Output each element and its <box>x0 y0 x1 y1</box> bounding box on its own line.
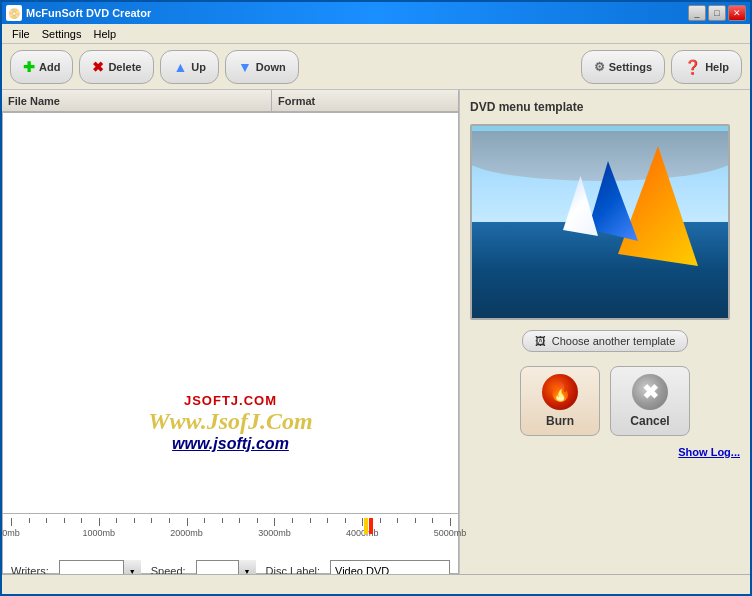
down-label: Down <box>256 61 286 73</box>
add-icon: ✚ <box>23 59 35 75</box>
add-button[interactable]: ✚ Add <box>10 50 73 84</box>
help-icon: ❓ <box>684 59 701 75</box>
tick-label-0: 0mb <box>2 528 20 538</box>
dvd-thumbnail-content <box>472 126 728 318</box>
tick-1000 <box>99 518 100 526</box>
window-title: McFunSoft DVD Creator <box>26 7 684 19</box>
choose-template-label: Choose another template <box>552 335 676 347</box>
cancel-button[interactable]: ✖ Cancel <box>610 366 690 436</box>
show-log-link[interactable]: Show Log... <box>470 446 740 458</box>
minor-tick <box>116 518 117 523</box>
minor-tick <box>134 518 135 523</box>
minor-tick <box>380 518 381 523</box>
burn-button[interactable]: 🔥 Burn <box>520 366 600 436</box>
cancel-icon: ✖ <box>632 374 668 410</box>
writers-bar: Writers: ▼ Speed: ▼ Disc Label: <box>11 556 450 574</box>
up-icon: ▲ <box>173 59 187 75</box>
marker-yellow <box>364 518 368 534</box>
tick-ruler: 0mb 1000mb 2000mb 3000mb 4000mb 5000mb <box>11 518 450 550</box>
minor-tick <box>397 518 398 523</box>
tick-label-5000: 5000mb <box>434 528 467 538</box>
tick-3000 <box>274 518 275 526</box>
speed-select[interactable] <box>196 560 256 574</box>
left-panel: File Name Format JSOFTJ.COM Www.JsofJ.Co… <box>2 90 460 574</box>
choose-template-button[interactable]: 🖼 Choose another template <box>522 330 689 352</box>
minor-tick <box>29 518 30 523</box>
watermark-line2: Www.JsofJ.Com <box>148 408 312 435</box>
tick-label-3000: 3000mb <box>258 528 291 538</box>
file-list-header: File Name Format <box>2 90 459 112</box>
up-button[interactable]: ▲ Up <box>160 50 219 84</box>
tick-0 <box>11 518 12 526</box>
app-icon: 📀 <box>6 5 22 21</box>
help-button[interactable]: ❓ Help <box>671 50 742 84</box>
minor-tick <box>204 518 205 523</box>
minor-tick <box>345 518 346 523</box>
down-icon: ▼ <box>238 59 252 75</box>
settings-label: Settings <box>609 61 652 73</box>
tick-label-2000: 2000mb <box>170 528 203 538</box>
disc-label-label: Disc Label: <box>266 565 320 574</box>
delete-label: Delete <box>108 61 141 73</box>
cancel-label: Cancel <box>630 414 669 428</box>
status-bar <box>2 574 750 594</box>
col-filename-header: File Name <box>2 90 272 111</box>
menu-help[interactable]: Help <box>87 26 122 42</box>
menu-bar: File Settings Help <box>2 24 750 44</box>
toolbar: ✚ Add ✖ Delete ▲ Up ▼ Down ⚙ Settings ❓ … <box>2 44 750 90</box>
add-label: Add <box>39 61 60 73</box>
writers-select-container: ▼ <box>59 560 141 574</box>
template-icon: 🖼 <box>535 335 546 347</box>
tick-label-1000: 1000mb <box>83 528 116 538</box>
main-window: 📀 McFunSoft DVD Creator _ □ ✕ File Setti… <box>0 0 752 596</box>
settings-icon: ⚙ <box>594 60 605 74</box>
minor-tick <box>81 518 82 523</box>
minor-tick <box>310 518 311 523</box>
burn-label: Burn <box>546 414 574 428</box>
tick-4000 <box>362 518 363 526</box>
speed-label: Speed: <box>151 565 186 574</box>
tick-2000 <box>187 518 188 526</box>
minor-tick <box>169 518 170 523</box>
close-button[interactable]: ✕ <box>728 5 746 21</box>
writers-label: Writers: <box>11 565 49 574</box>
minor-tick <box>292 518 293 523</box>
disc-label-input[interactable] <box>330 560 450 574</box>
down-button[interactable]: ▼ Down <box>225 50 299 84</box>
writers-select[interactable] <box>59 560 141 574</box>
minor-tick <box>257 518 258 523</box>
curved-arch <box>472 131 728 181</box>
maximize-button[interactable]: □ <box>708 5 726 21</box>
minor-tick <box>415 518 416 523</box>
menu-settings[interactable]: Settings <box>36 26 88 42</box>
menu-file[interactable]: File <box>6 26 36 42</box>
tick-label-4000: 4000mb <box>346 528 379 538</box>
file-list-area[interactable]: JSOFTJ.COM Www.JsofJ.Com www.jsoftj.com <box>2 112 459 514</box>
minimize-button[interactable]: _ <box>688 5 706 21</box>
settings-button[interactable]: ⚙ Settings <box>581 50 665 84</box>
watermark: JSOFTJ.COM Www.JsofJ.Com www.jsoftj.com <box>148 393 312 453</box>
minor-tick <box>151 518 152 523</box>
delete-button[interactable]: ✖ Delete <box>79 50 154 84</box>
main-content: File Name Format JSOFTJ.COM Www.JsofJ.Co… <box>2 90 750 574</box>
window-controls: _ □ ✕ <box>688 5 746 21</box>
watermark-line3: www.jsoftj.com <box>148 435 312 453</box>
action-buttons: 🔥 Burn ✖ Cancel <box>470 366 740 436</box>
tick-5000 <box>450 518 451 526</box>
minor-tick <box>222 518 223 523</box>
right-panel: DVD menu template 🖼 <box>460 90 750 574</box>
minor-tick <box>239 518 240 523</box>
marker-red <box>369 518 373 534</box>
minor-tick <box>327 518 328 523</box>
speed-select-container: ▼ <box>196 560 256 574</box>
up-label: Up <box>191 61 206 73</box>
minor-tick <box>46 518 47 523</box>
delete-icon: ✖ <box>92 59 104 75</box>
scene-water <box>472 222 728 318</box>
watermark-line1: JSOFTJ.COM <box>148 393 312 408</box>
dvd-thumbnail <box>470 124 730 320</box>
progress-bar-area: 0mb 1000mb 2000mb 3000mb 4000mb 5000mb <box>2 514 459 574</box>
dvd-menu-title: DVD menu template <box>470 100 740 114</box>
help-label: Help <box>705 61 729 73</box>
burn-icon: 🔥 <box>542 374 578 410</box>
